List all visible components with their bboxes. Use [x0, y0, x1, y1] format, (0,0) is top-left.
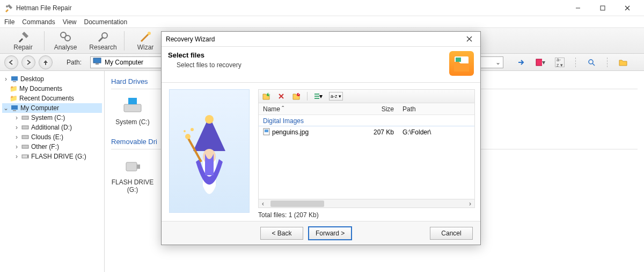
drive-icon — [21, 124, 29, 131]
wizard-label: Wizar — [137, 44, 154, 51]
desktop-icon — [11, 75, 18, 83]
folder-badge-icon — [449, 51, 474, 76]
research-button[interactable]: Research — [84, 29, 122, 53]
back-button[interactable]: < Back — [260, 227, 303, 240]
cancel-button[interactable]: Cancel — [430, 227, 473, 240]
svg-rect-24 — [124, 104, 141, 112]
close-button[interactable] — [615, 0, 640, 16]
tree-system-c[interactable]: ›System (C:) — [2, 113, 102, 123]
drive-icon — [21, 114, 29, 121]
total-files-label: Total files: 1 (207 Kb) — [258, 211, 475, 219]
nav-up-button[interactable] — [39, 55, 53, 69]
remove-file-icon[interactable] — [277, 92, 286, 101]
file-group: Digital Images — [259, 115, 474, 126]
repair-button[interactable]: Repair — [4, 29, 42, 53]
svg-rect-26 — [126, 162, 137, 171]
file-row[interactable]: penguins.jpg 207 Kb G:\Folder\ — [259, 126, 474, 138]
file-size: 207 Kb — [355, 128, 398, 136]
svg-rect-19 — [22, 126, 28, 129]
thumbnail-view-icon[interactable]: ▾ — [536, 58, 545, 67]
file-toolbar: + × ▾ a-z ▾ — [258, 89, 475, 103]
tree-additional-d[interactable]: ›Additional (D:) — [2, 123, 102, 132]
recovery-wizard-dialog: Recovery Wizard Select files Select file… — [161, 31, 481, 245]
maximize-button[interactable] — [590, 0, 615, 16]
nav-back-button[interactable] — [4, 55, 18, 69]
toolbar-separator — [124, 31, 125, 51]
tree-flash-g[interactable]: ›FLASH DRIVE (G:) — [2, 152, 102, 161]
research-icon — [97, 31, 109, 44]
nav-forward-button[interactable] — [21, 55, 35, 69]
svg-rect-11 — [536, 59, 542, 66]
drive-icon — [122, 95, 143, 116]
wizard-button[interactable]: Wizar — [127, 29, 164, 53]
wizard-icon — [139, 31, 152, 44]
computer-icon — [11, 104, 18, 112]
tree-recent[interactable]: 📁Recent Documents — [2, 94, 102, 103]
svg-point-6 — [65, 35, 70, 41]
col-path[interactable]: Path — [398, 105, 474, 113]
svg-rect-17 — [13, 110, 16, 111]
app-icon — [4, 4, 13, 12]
toolbar-separator — [44, 31, 45, 51]
file-list[interactable]: Name ˆ Size Path Digital Images penguins… — [258, 103, 475, 199]
research-label: Research — [89, 44, 116, 51]
file-list-header[interactable]: Name ˆ Size Path — [259, 103, 474, 115]
dialog-footer: < Back Forward > Cancel — [162, 221, 480, 245]
analyse-button[interactable]: Analyse — [47, 29, 84, 53]
computer-icon — [93, 58, 101, 67]
chevron-down-icon[interactable]: ⌄ — [495, 59, 501, 66]
go-icon[interactable] — [516, 58, 526, 67]
titlebar: Hetman File Repair — [0, 0, 644, 16]
image-file-icon — [263, 128, 270, 137]
col-size[interactable]: Size — [355, 105, 398, 113]
folder-tree[interactable]: ›Desktop 📁My Documents 📁Recent Documents… — [0, 71, 105, 272]
scroll-right-icon[interactable]: › — [466, 199, 474, 208]
dialog-title: Recovery Wizard — [166, 35, 462, 43]
tree-clouds-e[interactable]: ›Clouds (E:) — [2, 132, 102, 142]
tree-desktop[interactable]: ›Desktop — [2, 74, 102, 84]
svg-rect-2 — [601, 6, 605, 10]
sort-icon[interactable]: a-z ▾ — [555, 58, 565, 67]
remove-folder-icon[interactable]: × — [292, 92, 301, 101]
tree-mydocs[interactable]: 📁My Documents — [2, 84, 102, 94]
dialog-close-button[interactable] — [462, 33, 476, 45]
forward-button[interactable]: Forward > — [309, 227, 352, 240]
dialog-heading: Select files — [168, 51, 449, 59]
add-file-icon[interactable]: + — [262, 92, 270, 101]
tree-other-f[interactable]: ›Other (F:) — [2, 142, 102, 152]
horizontal-scrollbar[interactable]: ‹ › — [258, 199, 475, 208]
sort-icon[interactable]: a-z ▾ — [329, 92, 343, 101]
menu-file[interactable]: File — [4, 18, 14, 26]
svg-text:+: + — [267, 92, 270, 98]
svg-point-32 — [205, 115, 214, 124]
folder-icon[interactable] — [618, 58, 628, 67]
file-area: + × ▾ a-z ▾ Name ˆ Size Path Digital Ima… — [258, 89, 475, 219]
drive-system-c[interactable]: System (C:) — [111, 95, 154, 126]
separator — [307, 92, 308, 101]
file-path: G:\Folder\ — [398, 128, 474, 136]
window-title: Hetman File Repair — [16, 4, 566, 12]
svg-rect-15 — [13, 81, 16, 82]
dialog-header: Select files Select files to recovery — [162, 47, 480, 83]
svg-point-36 — [184, 130, 186, 132]
menu-commands[interactable]: Commands — [22, 18, 55, 26]
minimize-button[interactable] — [566, 0, 590, 16]
menu-documentation[interactable]: Documentation — [84, 18, 128, 26]
view-mode-icon[interactable]: ▾ — [314, 92, 323, 101]
analyse-icon — [59, 31, 72, 44]
repair-label: Repair — [13, 44, 32, 51]
folder-icon: 📁 — [10, 95, 17, 102]
drive-flash-g[interactable]: FLASH DRIVE (G:) — [111, 155, 154, 194]
menu-view[interactable]: View — [63, 18, 77, 26]
file-name: penguins.jpg — [272, 128, 309, 136]
wizard-illustration — [169, 89, 250, 213]
svg-rect-27 — [137, 164, 140, 169]
search-icon[interactable] — [587, 58, 596, 67]
dialog-body: + × ▾ a-z ▾ Name ˆ Size Path Digital Ima… — [162, 83, 480, 221]
col-name[interactable]: Name ˆ — [259, 105, 355, 113]
svg-point-7 — [102, 33, 107, 38]
path-value: My Computer — [105, 59, 143, 66]
scroll-thumb[interactable] — [270, 201, 324, 207]
scroll-left-icon[interactable]: ‹ — [259, 199, 267, 208]
tree-mycomputer[interactable]: ⌄My Computer — [2, 103, 102, 113]
